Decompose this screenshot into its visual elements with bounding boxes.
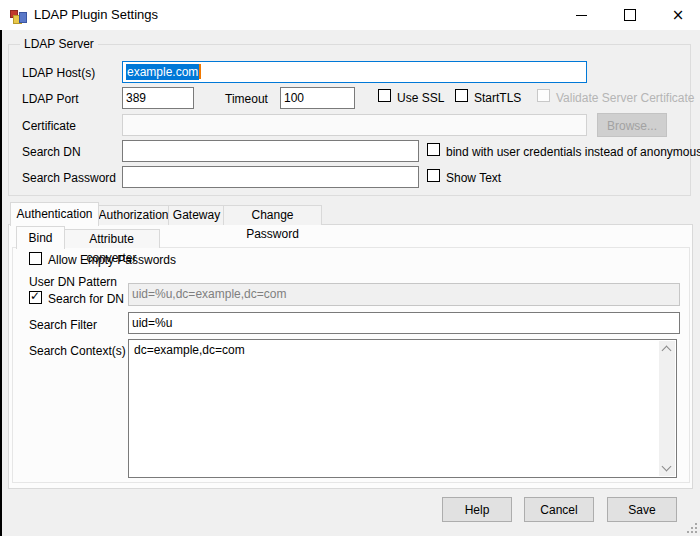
ldap-hosts-input[interactable]: example.com	[122, 61, 587, 83]
ldap-server-group-title: LDAP Server	[20, 37, 98, 51]
save-button[interactable]: Save	[607, 497, 677, 522]
show-text-checkbox[interactable]	[427, 169, 440, 182]
browse-button: Browse...	[597, 113, 667, 137]
check-icon: ✓	[30, 289, 40, 303]
search-password-label: Search Password	[22, 171, 116, 185]
scroll-up-icon[interactable]	[662, 346, 672, 356]
bind-with-credentials-label[interactable]: bind with user credentials instead of an…	[446, 145, 700, 159]
starttls-checkbox[interactable]	[455, 89, 468, 102]
ldap-port-input[interactable]	[122, 87, 194, 109]
search-for-dn-checkbox[interactable]: ✓	[29, 291, 42, 304]
ldap-port-label: LDAP Port	[22, 92, 78, 106]
tab-gateway[interactable]: Gateway	[168, 205, 225, 225]
search-contexts-label: Search Context(s)	[29, 344, 126, 358]
minimize-button[interactable]	[559, 0, 603, 30]
close-button[interactable]: ×	[656, 0, 700, 30]
search-for-dn-label[interactable]: Search for DN	[48, 292, 124, 306]
validate-server-certificate-checkbox	[537, 89, 550, 102]
vertical-scrollbar[interactable]	[659, 341, 675, 476]
ldap-hosts-label: LDAP Host(s)	[22, 66, 95, 80]
scroll-down-icon[interactable]	[662, 462, 672, 472]
search-password-input[interactable]	[122, 166, 419, 188]
search-dn-label: Search DN	[22, 145, 81, 159]
search-filter-label: Search Filter	[29, 318, 97, 332]
tab-authorization[interactable]: Authorization	[97, 205, 170, 225]
certificate-label: Certificate	[22, 119, 76, 133]
minimize-icon	[576, 15, 587, 16]
text-caret	[199, 64, 201, 79]
maximize-icon	[624, 9, 636, 21]
user-dn-pattern-input: uid=%u,dc=example,dc=com	[128, 283, 680, 306]
timeout-label: Timeout	[225, 92, 268, 106]
search-contexts-textarea[interactable]: dc=example,dc=com	[128, 339, 677, 478]
ldap-plugin-settings-dialog: LDAP Plugin Settings × LDAP Server LDAP …	[0, 0, 700, 536]
tab-bind[interactable]: Bind	[16, 226, 65, 249]
tab-attribute-converter[interactable]: Attribute converter	[63, 229, 160, 248]
cancel-button[interactable]: Cancel	[524, 497, 594, 522]
maximize-button[interactable]	[608, 0, 652, 30]
search-contexts-value: dc=example,dc=com	[134, 343, 245, 358]
certificate-input	[122, 114, 587, 136]
use-ssl-checkbox[interactable]	[378, 89, 391, 102]
allow-empty-passwords-checkbox[interactable]	[29, 252, 42, 265]
help-button[interactable]: Help	[442, 497, 512, 522]
search-dn-input[interactable]	[122, 140, 419, 162]
show-text-label[interactable]: Show Text	[446, 171, 501, 185]
validate-server-certificate-label: Validate Server Certificate	[556, 91, 695, 105]
use-ssl-label[interactable]: Use SSL	[397, 91, 444, 105]
allow-empty-passwords-label[interactable]: Allow Empty Passwords	[48, 253, 176, 267]
titlebar[interactable]: LDAP Plugin Settings ×	[0, 0, 700, 30]
selected-text: example.com	[126, 64, 199, 80]
tab-change-password[interactable]: Change Password	[223, 205, 322, 225]
user-dn-pattern-label: User DN Pattern	[29, 275, 117, 289]
app-icon	[10, 8, 26, 24]
timeout-input[interactable]	[280, 87, 355, 109]
search-filter-input[interactable]	[128, 312, 680, 334]
tab-authentication[interactable]: Authentication	[10, 202, 99, 226]
close-icon: ×	[672, 8, 685, 23]
resize-grip-icon[interactable]	[685, 521, 697, 533]
bind-with-credentials-checkbox[interactable]	[427, 143, 440, 156]
window-title: LDAP Plugin Settings	[34, 8, 158, 22]
starttls-label[interactable]: StartTLS	[474, 91, 521, 105]
